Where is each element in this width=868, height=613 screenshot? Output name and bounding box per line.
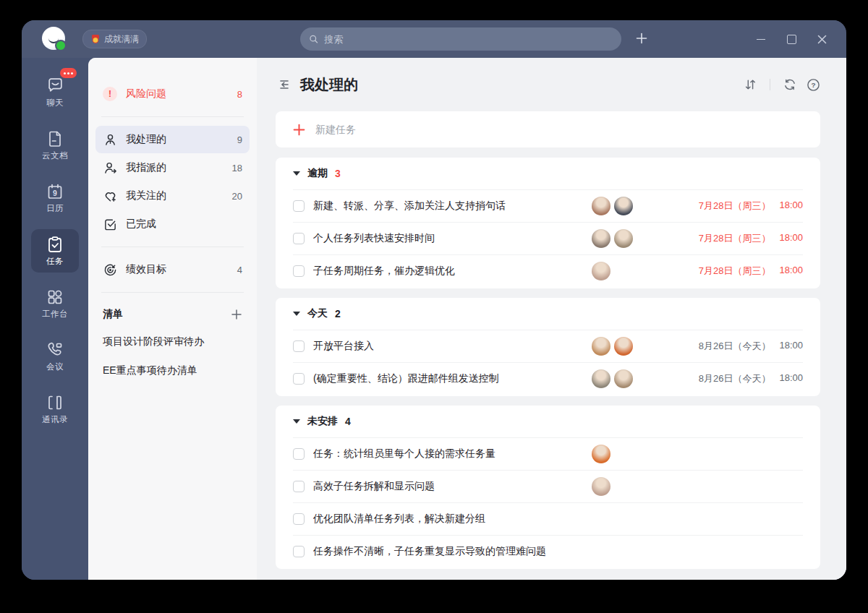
task-row[interactable]: 优化团队清单任务列表，解决新建分组 <box>293 502 803 535</box>
docs-icon <box>46 130 64 147</box>
task-row[interactable]: 子任务周期任务，催办逻辑优化 7月28日（周三）18:00 <box>293 254 803 287</box>
list-item[interactable]: EE重点事项待办清单 <box>95 356 250 385</box>
nav-item-docs[interactable]: 云文档 <box>31 124 79 167</box>
person-arrow-icon <box>103 160 117 175</box>
divider <box>101 247 244 247</box>
task-title: 新建、转派、分享、添加关注人支持捎句话 <box>313 200 583 213</box>
nav-item-contacts[interactable]: 通讯录 <box>31 387 79 431</box>
user-avatar[interactable] <box>42 27 65 50</box>
assignee-avatars <box>592 337 652 356</box>
sidebar-item-okr[interactable]: 绩效目标 4 <box>95 256 250 283</box>
meeting-icon <box>46 341 64 359</box>
tasks-icon <box>46 236 64 253</box>
avatar <box>592 337 610 356</box>
avatar <box>614 337 633 356</box>
contacts-icon <box>46 394 64 411</box>
group-count: 2 <box>335 308 341 320</box>
nav-item-tasks[interactable]: 任务 <box>31 229 79 273</box>
list-item[interactable]: 项目设计阶段评审待办 <box>95 327 250 356</box>
titlebar: 成就满满 <box>22 20 846 58</box>
add-list-button[interactable] <box>231 309 242 320</box>
group-header[interactable]: 今天 2 <box>293 298 803 330</box>
sidebar-item-count: 8 <box>237 89 242 100</box>
task-row[interactable]: (确定重要性、结论）跟进邮件组发送控制 8月26日（今天）18:00 <box>293 362 803 395</box>
nav-item-chat[interactable]: 聊天 <box>31 71 79 114</box>
sort-icon <box>744 78 757 91</box>
badge-label: 成就满满 <box>104 33 139 46</box>
new-task-card[interactable] <box>276 111 820 147</box>
collapse-triangle-icon <box>293 171 300 176</box>
sidebar-item-label: 我处理的 <box>126 133 229 146</box>
collapse-sidebar-icon <box>276 77 290 92</box>
new-button[interactable] <box>632 29 651 48</box>
search-input[interactable] <box>323 33 613 46</box>
refresh-button[interactable] <box>783 78 796 91</box>
list-item-label: 项目设计阶段评审待办 <box>103 335 204 348</box>
task-checkbox[interactable] <box>293 233 305 244</box>
task-checkbox[interactable] <box>293 448 305 460</box>
sort-button[interactable] <box>744 78 757 91</box>
assignee-avatars <box>592 262 652 280</box>
task-row[interactable]: 任务操作不清晰，子任务重复显示导致的管理难问题 <box>293 535 803 567</box>
task-row[interactable]: 高效子任务拆解和显示问题 <box>293 470 803 502</box>
due-date: 7月28日（周三）18:00 <box>661 200 803 213</box>
collapse-triangle-icon <box>293 419 300 424</box>
minimize-icon <box>757 39 765 40</box>
close-button[interactable] <box>816 33 827 45</box>
task-checkbox[interactable] <box>293 340 305 352</box>
assignee-avatars <box>592 229 652 248</box>
medal-icon <box>90 34 101 44</box>
maximize-icon <box>787 35 796 44</box>
task-title: 任务：统计组员里每个人接的需求任务量 <box>313 447 583 460</box>
task-checkbox[interactable] <box>293 546 305 557</box>
svg-text:?: ? <box>811 81 815 89</box>
sidebar-item-owned[interactable]: 我处理的 9 <box>95 126 250 153</box>
task-checkbox[interactable] <box>293 265 305 277</box>
help-button[interactable]: ? <box>807 78 820 92</box>
task-checkbox[interactable] <box>293 513 305 525</box>
task-row[interactable]: 个人任务列表快速安排时间 7月28日（周三）18:00 <box>293 222 803 254</box>
maximize-button[interactable] <box>786 33 797 45</box>
nav-item-label: 会议 <box>46 361 64 372</box>
nav-item-calendar[interactable]: 9 日历 <box>31 176 79 220</box>
sidebar-item-followed[interactable]: 我关注的 20 <box>95 182 250 210</box>
achievement-badge[interactable]: 成就满满 <box>82 30 147 48</box>
collapse-sidebar-button[interactable] <box>276 77 290 92</box>
search-icon <box>309 34 318 44</box>
group-name: 今天 <box>307 307 328 320</box>
task-sidebar: ! 风险问题 8 我处理的 9 <box>88 58 257 580</box>
sidebar-item-completed[interactable]: 已完成 <box>95 210 250 238</box>
group-count: 4 <box>345 416 351 427</box>
primary-nav: 聊天 云文档 9 日历 <box>22 58 88 580</box>
task-row[interactable]: 任务：统计组员里每个人接的需求任务量 <box>293 437 803 470</box>
task-checkbox[interactable] <box>293 481 305 492</box>
due-date: 8月26日（今天）18:00 <box>661 372 803 385</box>
group-header[interactable]: 逾期 3 <box>293 158 803 189</box>
online-status-dot <box>55 40 67 51</box>
nav-item-workbench[interactable]: 工作台 <box>31 282 79 325</box>
assignee-avatars <box>592 477 652 496</box>
plus-icon <box>231 309 242 320</box>
minimize-button[interactable] <box>755 33 767 45</box>
task-title: 开放平台接入 <box>313 340 583 353</box>
list-item-label: EE重点事项待办清单 <box>103 364 197 377</box>
global-search[interactable] <box>300 27 621 51</box>
sidebar-item-assigned[interactable]: 我指派的 18 <box>95 154 250 181</box>
task-row[interactable]: 开放平台接入 8月26日（今天）18:00 <box>293 330 803 362</box>
window-controls <box>755 20 827 58</box>
workbench-icon <box>46 288 64 306</box>
avatar <box>592 262 610 280</box>
sidebar-item-risk[interactable]: ! 风险问题 8 <box>95 80 250 108</box>
group-header[interactable]: 未安排 4 <box>293 406 803 437</box>
task-group-today: 今天 2 开放平台接入 8月26日（今天）18:00 (确定重要性、结论）跟进邮… <box>276 298 820 396</box>
sidebar-item-count: 9 <box>237 134 242 145</box>
task-row[interactable]: 新建、转派、分享、添加关注人支持捎句话 7月28日（周三）18:00 <box>293 189 803 222</box>
sidebar-item-label: 绩效目标 <box>126 263 229 276</box>
page-title: 我处理的 <box>300 75 733 95</box>
task-group-unscheduled: 未安排 4 任务：统计组员里每个人接的需求任务量 高效子任务拆解和显示问题 <box>276 406 820 569</box>
task-checkbox[interactable] <box>293 200 305 212</box>
avatar <box>592 445 610 463</box>
new-task-input[interactable] <box>314 123 803 136</box>
task-checkbox[interactable] <box>293 373 305 385</box>
nav-item-meeting[interactable]: 会议 <box>31 335 79 378</box>
